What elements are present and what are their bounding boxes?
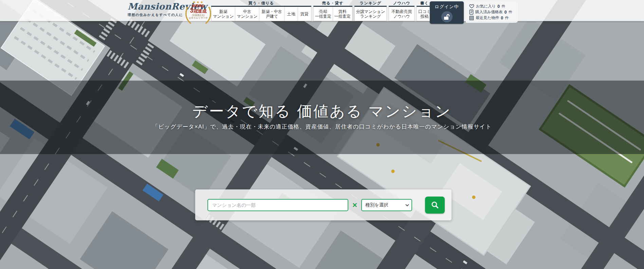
building-icon [469, 16, 474, 20]
recent-properties-label: 最近見た物件 [476, 15, 499, 20]
magnifier-icon [430, 201, 439, 209]
purchased-pricelist-link[interactable]: 購入済み価格表 0 件 [469, 9, 516, 15]
login-status-button[interactable]: ログイン中 [430, 1, 464, 24]
main-nav: 買う・借りる 新築 マンション 中古 マンション 新築・中古 戸建て [211, 1, 433, 21]
site-header: MansionReview 理想の住みかえをすべての人に ★★★ 顧客満足 3冠… [0, 0, 644, 21]
hero-title: データで知る 価値ある マンション [0, 101, 644, 121]
nav-group-knowhow: ノウハウ 不動産売買 ノウハウ [389, 1, 415, 21]
laurel-wreath-icon [184, 3, 213, 24]
nav-item-mansion-ranking[interactable]: 分譲マンション ランキング [354, 7, 387, 21]
property-type-select[interactable]: 種別を選択 [361, 199, 412, 211]
unlock-icon [443, 14, 450, 20]
mansion-name-input[interactable] [207, 199, 348, 211]
login-circle [441, 11, 453, 22]
favorites-link[interactable]: お気に入り 0 件 [469, 3, 516, 9]
nav-group-ranking: ランキング 分譲マンション ランキング [354, 1, 387, 21]
mansion-review-homepage: データで知る 価値ある マンション 「ビッグデータ×AI」で、過去・現在・未来の… [0, 0, 644, 269]
award-badge: ★★★ 顧客満足 3冠達成 (実査委託先) ゼネラルリサーチ [184, 0, 213, 25]
nav-group-sell-lease: 売る・貸す 売却 一括査定 賃料 一括査定 [313, 1, 352, 21]
city-aerial-background [0, 0, 644, 269]
nav-item-used-mansion[interactable]: 中古 マンション [235, 7, 259, 21]
document-icon [469, 10, 474, 15]
user-shortcuts-panel: お気に入り 0 件 購入済み価格表 0 件 [466, 2, 518, 23]
nav-item-sale-assessment[interactable]: 売却 一括査定 [313, 7, 333, 21]
nav-group-buy-rent: 買う・借りる 新築 マンション 中古 マンション 新築・中古 戸建て [211, 1, 311, 21]
nav-item-rent-assessment[interactable]: 賃料 一括査定 [333, 7, 352, 21]
nav-item-new-used-house[interactable]: 新築・中古 戸建て [259, 7, 285, 21]
nav-group-knowhow-label: ノウハウ [389, 1, 415, 5]
nav-group-sell-lease-label: 売る・貸す [313, 1, 352, 5]
favorites-count: 0 [497, 4, 500, 9]
purchased-pricelist-count: 0 [504, 10, 507, 15]
nav-item-realestate-knowhow[interactable]: 不動産売買 ノウハウ [389, 7, 415, 21]
nav-item-rental[interactable]: 賃貸 [298, 7, 311, 21]
heart-icon [469, 4, 474, 9]
recent-properties-link[interactable]: 最近見た物件 0 件 [469, 15, 516, 21]
search-button[interactable] [425, 197, 445, 214]
recent-properties-count: 0 [501, 16, 503, 20]
purchased-pricelist-label: 購入済み価格表 [475, 10, 503, 15]
favorites-label: お気に入り [476, 4, 496, 9]
nav-item-new-mansion[interactable]: 新築 マンション [211, 7, 235, 21]
hero-subtitle: 「ビッグデータ×AI」で、過去・現在・未来の適正価格、資産価値、居住者の口コミが… [0, 123, 644, 131]
login-status-label: ログイン中 [430, 4, 464, 10]
search-panel: × 種別を選択 [195, 189, 452, 220]
nav-group-ranking-label: ランキング [354, 1, 387, 5]
cross-separator-icon: × [352, 199, 357, 211]
nav-group-buy-rent-label: 買う・借りる [211, 1, 311, 5]
nav-item-land[interactable]: 土地 [284, 7, 298, 21]
